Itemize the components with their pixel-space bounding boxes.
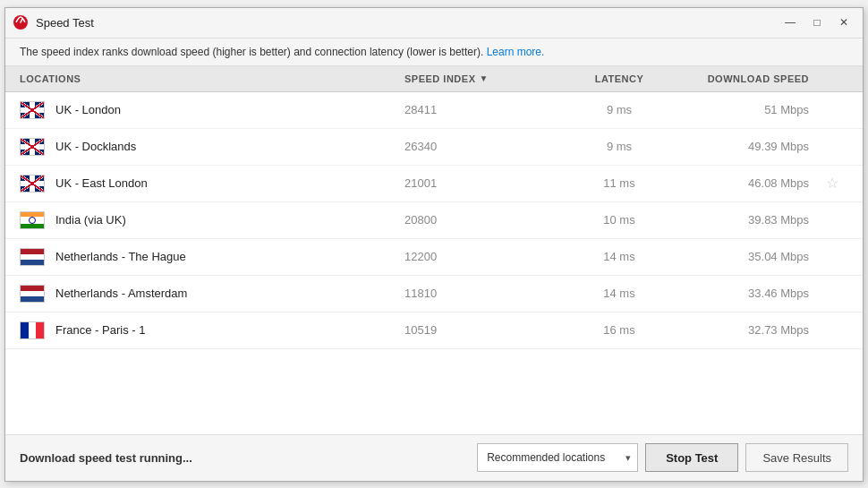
table-row[interactable]: UK - East London 21001 11 ms 46.08 Mbps … — [5, 166, 863, 202]
info-text: The speed index ranks download speed (hi… — [20, 46, 483, 58]
location-cell: Netherlands - Amsterdam — [20, 285, 404, 303]
download-speed-value: 32.73 Mbps — [673, 323, 816, 337]
latency-value: 9 ms — [566, 103, 673, 116]
table-row[interactable]: Netherlands - Amsterdam 11810 14 ms 33.4… — [5, 276, 863, 312]
app-icon — [13, 14, 29, 30]
flag-uk-icon — [20, 101, 45, 119]
speed-test-window: Speed Test — □ ✕ The speed index ranks d… — [4, 7, 864, 482]
download-speed-value: 51 Mbps — [673, 103, 816, 116]
col-download-speed: DOWNLOAD SPEED — [673, 73, 816, 84]
flag-india-icon — [20, 211, 45, 229]
latency-value: 11 ms — [566, 176, 673, 190]
table-body: UK - London 28411 9 ms 51 Mbps UK - Dock… — [5, 92, 863, 434]
speed-index-value: 20800 — [404, 213, 566, 227]
title-bar-left: Speed Test — [13, 14, 94, 30]
flag-nl-icon — [20, 248, 45, 266]
table-row[interactable]: UK - London 28411 9 ms 51 Mbps — [5, 92, 863, 129]
location-name: UK - London — [55, 103, 121, 116]
sort-arrow-icon: ▼ — [479, 73, 488, 83]
col-latency: LATENCY — [566, 73, 673, 84]
flag-uk-icon — [20, 175, 45, 193]
table-row[interactable]: UK - Docklands 26340 9 ms 49.39 Mbps — [5, 129, 863, 166]
location-filter-dropdown[interactable]: Recommended locationsAll locationsFavori… — [477, 443, 638, 472]
info-bar: The speed index ranks download speed (hi… — [5, 39, 863, 66]
latency-value: 16 ms — [566, 323, 673, 337]
latency-value: 9 ms — [566, 140, 673, 153]
col-locations: LOCATIONS — [20, 73, 404, 84]
flag-uk-icon — [20, 138, 45, 156]
speed-index-value: 10519 — [404, 323, 566, 337]
latency-value: 10 ms — [566, 213, 673, 227]
location-name: France - Paris - 1 — [55, 323, 145, 337]
location-name: UK - East London — [55, 176, 148, 190]
col-star — [816, 73, 848, 84]
speed-index-value: 28411 — [404, 103, 566, 116]
location-cell: UK - London — [20, 101, 404, 119]
learn-more-link[interactable]: Learn more. — [487, 46, 545, 58]
table-header: LOCATIONS SPEED INDEX ▼ LATENCY DOWNLOAD… — [5, 66, 863, 92]
flag-nl-icon — [20, 285, 45, 303]
speed-index-value: 21001 — [404, 176, 566, 190]
speed-index-value: 26340 — [404, 140, 566, 153]
title-bar: Speed Test — □ ✕ — [5, 8, 863, 39]
latency-value: 14 ms — [566, 287, 673, 300]
footer-right: Recommended locationsAll locationsFavori… — [477, 443, 848, 472]
location-name: UK - Docklands — [55, 140, 136, 153]
location-cell: UK - East London — [20, 175, 404, 193]
download-speed-value: 35.04 Mbps — [673, 250, 816, 263]
download-speed-value: 49.39 Mbps — [673, 140, 816, 153]
location-cell: India (via UK) — [20, 211, 404, 229]
table-row[interactable]: France - Paris - 1 10519 16 ms 32.73 Mbp… — [5, 312, 863, 349]
location-cell: Netherlands - The Hague — [20, 248, 404, 266]
location-cell: UK - Docklands — [20, 138, 404, 156]
speed-index-value: 12200 — [404, 250, 566, 263]
footer: Download speed test running... Recommend… — [5, 434, 863, 481]
flag-fr-icon — [20, 321, 45, 339]
download-speed-value: 39.83 Mbps — [673, 213, 816, 227]
minimize-button[interactable]: — — [779, 13, 802, 32]
maximize-button[interactable]: □ — [805, 13, 829, 32]
star-icon[interactable]: ☆ — [816, 175, 848, 192]
stop-test-button[interactable]: Stop Test — [645, 443, 738, 472]
download-speed-value: 46.08 Mbps — [673, 176, 816, 190]
location-filter-wrapper: Recommended locationsAll locationsFavori… — [477, 443, 638, 472]
latency-value: 14 ms — [566, 250, 673, 263]
window-controls: — □ ✕ — [779, 13, 855, 32]
col-speed-index[interactable]: SPEED INDEX ▼ — [404, 73, 566, 84]
save-results-button[interactable]: Save Results — [745, 443, 848, 472]
speed-index-value: 11810 — [404, 287, 566, 300]
close-button[interactable]: ✕ — [832, 13, 855, 32]
table-row[interactable]: India (via UK) 20800 10 ms 39.83 Mbps — [5, 202, 863, 239]
table-row[interactable]: Netherlands - The Hague 12200 14 ms 35.0… — [5, 239, 863, 276]
location-name: India (via UK) — [55, 213, 126, 227]
location-cell: France - Paris - 1 — [20, 321, 404, 339]
location-name: Netherlands - The Hague — [55, 250, 186, 263]
download-speed-value: 33.46 Mbps — [673, 287, 816, 300]
footer-status: Download speed test running... — [20, 451, 192, 465]
window-title: Speed Test — [36, 16, 94, 30]
location-name: Netherlands - Amsterdam — [55, 287, 187, 300]
